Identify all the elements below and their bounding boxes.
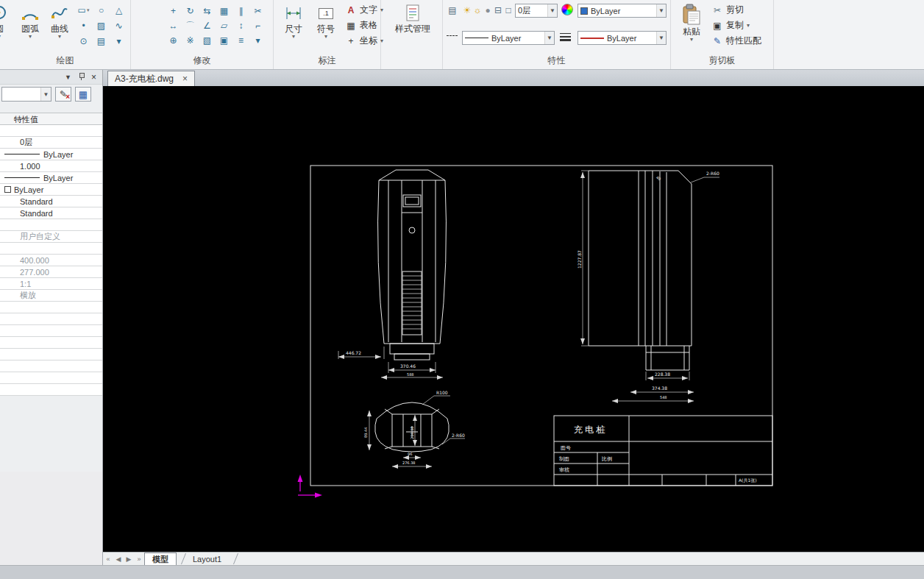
color-wheel-icon[interactable] (561, 4, 573, 15)
quick-select-button[interactable]: ✎ × (55, 87, 71, 102)
point-icon[interactable]: • (75, 18, 92, 33)
linetype-icon[interactable] (447, 35, 458, 36)
panel-menu-icon[interactable]: ▼ (65, 74, 71, 81)
copy-button[interactable]: ▣ 复制 ▾ (709, 18, 764, 33)
prev-tab-button[interactable]: ◀ (113, 555, 124, 563)
ribbon-group-modify: + ↻ ⇆ ▦ ∥ ✂ ↔ ⌒ ∠ ▱ ↕ ⌐ ⊕ ※ ▧ ▣ ≡ ▾ 修改 (131, 0, 274, 69)
tab-close-icon[interactable]: × (182, 74, 188, 84)
chevron-down-icon: ▼ (547, 4, 557, 17)
prop-row-orientation[interactable]: 横放 (0, 290, 102, 302)
array-icon[interactable]: ▦ (216, 4, 232, 18)
rotate-icon[interactable]: ↻ (182, 4, 199, 18)
layer-combo[interactable]: 0层 ▼ (515, 4, 558, 18)
color-combo[interactable]: ByLayer ▼ (578, 4, 667, 18)
hatch-edit-icon[interactable]: ▧ (199, 33, 216, 48)
lineweight-combo-value: ByLayer (607, 34, 656, 43)
prop-row-color[interactable]: ByLayer (0, 184, 102, 196)
cut-button[interactable]: ✂ 剪切 (709, 2, 764, 18)
circle-button[interactable]: 圆 ▾ (0, 2, 13, 52)
hatch-icon[interactable]: ▨ (93, 18, 110, 33)
prop-row-paper-width[interactable]: 400.000 (0, 255, 102, 266)
prop-row-paper-height[interactable]: 277.000 (0, 266, 102, 278)
match-properties-button[interactable]: ✎ 特性匹配 (709, 33, 764, 49)
prop-row-scale[interactable]: 1:1 (0, 278, 102, 290)
bulb-icon[interactable]: ☀ (462, 5, 472, 15)
paste-button[interactable]: 粘贴 ▾ (677, 2, 706, 52)
selection-filter-combo[interactable]: ▼ (1, 87, 51, 102)
drawing-canvas[interactable]: 446.72 370.46 588 1227.87 2-R60 40 228.3… (103, 86, 924, 552)
more-modify-icon[interactable]: ▾ (249, 33, 266, 48)
linetype-combo[interactable]: ByLayer ▼ (462, 31, 555, 45)
dim-text: 374.38 (652, 386, 667, 391)
prop-row-lineweight[interactable]: ByLayer (0, 172, 102, 184)
first-tab-button[interactable]: « (103, 555, 113, 563)
empty-row (0, 384, 102, 396)
dim-text: R100 (436, 390, 448, 395)
chevron-down-icon: ▾ (0, 34, 1, 40)
cad-application-window: 圆 ▾ 圆弧 ▾ 曲线 ▾ ▭▾ ○ △ • (0, 0, 924, 579)
print-icon[interactable]: ⊟ (493, 5, 503, 15)
scale-icon[interactable]: ▱ (216, 18, 232, 33)
prop-row-linetype-scale[interactable]: 1.000 (0, 160, 102, 172)
offset-icon[interactable]: ∥ (232, 4, 249, 18)
panel-close-icon[interactable]: × (91, 72, 96, 82)
arc-icon (20, 3, 40, 24)
status-bar (0, 565, 924, 579)
prop-row-linetype[interactable]: ByLayer (0, 149, 102, 160)
region-icon[interactable]: ▤ (93, 34, 110, 49)
lineweight-icon[interactable] (560, 33, 571, 41)
next-tab-button[interactable]: ▶ (124, 555, 134, 563)
coordinate-button[interactable]: + 坐标 ▾ (343, 33, 385, 49)
fillet-icon[interactable]: ⌒ (182, 18, 199, 33)
linetype-value: ByLayer (43, 150, 73, 159)
side-view (589, 171, 692, 370)
select-objects-button[interactable]: ▦ (75, 87, 91, 102)
stretch-icon[interactable]: ↕ (232, 18, 249, 33)
more-draw-icon[interactable]: ▾ (110, 34, 127, 49)
prop-row-layer[interactable]: 0层 (0, 137, 102, 149)
panel-empty-area (0, 472, 102, 565)
properties-group-label: 特性 (443, 54, 670, 67)
polygon-icon[interactable]: △ (110, 3, 127, 18)
arc-button[interactable]: 圆弧 ▾ (16, 2, 44, 52)
sheet-note: A(共1张) (739, 477, 757, 483)
dimension-button[interactable]: 尺寸 ▾ (278, 2, 309, 52)
mirror-icon[interactable]: ⇆ (199, 4, 216, 18)
move-icon[interactable]: + (165, 4, 182, 18)
extend-icon[interactable]: ↔ (165, 18, 182, 33)
lineweight-combo[interactable]: ByLayer ▼ (578, 31, 667, 45)
pin-icon[interactable] (78, 73, 85, 81)
layer-box-icon[interactable]: □ (503, 5, 513, 15)
table-button[interactable]: ▦ 表格 (343, 18, 385, 33)
layers-icon[interactable]: ▤ (447, 5, 458, 15)
break-icon[interactable]: ⌐ (249, 18, 266, 33)
chamfer-icon[interactable]: ∠ (199, 18, 216, 33)
properties-list-icon[interactable]: ≡ (232, 33, 249, 48)
modify-group-label: 修改 (131, 54, 273, 67)
part-name: 充电桩 (574, 425, 607, 435)
empty-row (0, 337, 102, 349)
prop-row-dim-style[interactable]: Standard (0, 207, 102, 219)
style-manager-button[interactable]: 样式管理 (391, 2, 434, 52)
text-button[interactable]: A 文字 ▾ (343, 2, 385, 18)
document-tab[interactable]: A3-充电桩.dwg × (107, 71, 195, 86)
tab-layout1[interactable]: Layout1 (185, 553, 229, 565)
tab-model[interactable]: 模型 (144, 553, 177, 565)
freeze-icon[interactable]: ☼ (472, 5, 483, 15)
orientation-value: 横放 (20, 290, 36, 301)
block-edit-icon[interactable]: ▣ (216, 33, 232, 48)
symbol-button[interactable]: .1 符号 ▾ (310, 2, 341, 52)
spline-icon[interactable]: ∿ (110, 18, 127, 33)
match-properties-label: 特性匹配 (726, 35, 761, 47)
rectangle-icon[interactable]: ▭▾ (75, 3, 92, 18)
lock-icon[interactable]: ● (483, 5, 493, 15)
trim-icon[interactable]: ✂ (249, 4, 266, 18)
dimension-lines (338, 171, 719, 466)
prop-row-text-style[interactable]: Standard (0, 196, 102, 207)
explode-icon[interactable]: ※ (182, 33, 199, 48)
join-icon[interactable]: ⊕ (165, 33, 182, 48)
last-tab-button[interactable]: » (134, 555, 144, 563)
donut-icon[interactable]: ⊙ (75, 34, 92, 49)
ellipse-icon[interactable]: ○ (93, 3, 110, 18)
curve-button[interactable]: 曲线 ▾ (46, 2, 74, 52)
